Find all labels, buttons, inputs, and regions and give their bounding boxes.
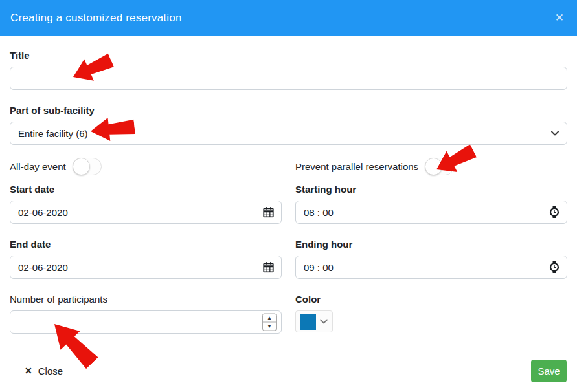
modal-body: Title Part of sub-facility Entire facili… (0, 36, 577, 334)
chevron-down-icon (551, 131, 559, 136)
color-label: Color (295, 294, 567, 305)
chevron-down-icon (320, 319, 328, 324)
color-swatch (300, 314, 316, 330)
color-picker-button[interactable] (295, 310, 333, 332)
starting-hour-label: Starting hour (295, 184, 567, 195)
participants-input[interactable] (10, 310, 282, 334)
participants-label: Number of participants (10, 294, 282, 305)
toggle-knob (425, 158, 442, 175)
clock-icon[interactable] (549, 261, 560, 273)
close-icon[interactable]: ✕ (552, 10, 567, 26)
sub-facility-select[interactable]: Entire facility (6) (10, 122, 567, 145)
start-date-wrap (10, 201, 282, 224)
start-date-label: Start date (10, 184, 282, 195)
end-row: End date Ending h (10, 239, 567, 279)
stepper-up-icon[interactable]: ▲ (263, 314, 276, 323)
modal-title: Creating a customized reservation (10, 12, 182, 25)
participants-field-group: Number of participants ▲ ▼ (10, 294, 282, 334)
stepper-down-icon[interactable]: ▼ (263, 323, 276, 331)
starting-hour-input[interactable] (295, 201, 567, 224)
ending-hour-label: Ending hour (295, 239, 567, 250)
starting-hour-field-group: Starting hour (295, 184, 567, 224)
end-date-field-group: End date (10, 239, 282, 279)
start-date-field-group: Start date (10, 184, 282, 224)
toggle-knob (73, 158, 90, 175)
ending-hour-wrap (295, 256, 567, 279)
sub-facility-selected-value: Entire facility (6) (18, 128, 88, 139)
modal-footer: ✕ Close Save (0, 349, 577, 392)
all-day-cell: All-day event (10, 158, 282, 175)
title-input[interactable] (10, 67, 567, 90)
starting-hour-wrap (295, 201, 567, 224)
participants-color-row: Number of participants ▲ ▼ Color (10, 294, 567, 334)
ending-hour-field-group: Ending hour (295, 239, 567, 279)
toggles-row: All-day event Prevent parallel reservati… (10, 158, 567, 175)
ending-hour-input[interactable] (295, 256, 567, 279)
participants-wrap: ▲ ▼ (10, 310, 282, 334)
color-field-group: Color (295, 294, 567, 334)
clock-icon[interactable] (549, 206, 560, 218)
calendar-icon[interactable] (263, 262, 274, 273)
start-row: Start date Starti (10, 184, 567, 224)
end-date-label: End date (10, 239, 282, 250)
modal-header: Creating a customized reservation ✕ (0, 0, 577, 36)
title-label: Title (10, 50, 567, 61)
prevent-parallel-label: Prevent parallel reservations (295, 161, 418, 172)
sub-facility-field-group: Part of sub-facility Entire facility (6) (10, 105, 567, 145)
sub-facility-label: Part of sub-facility (10, 105, 567, 116)
end-date-input[interactable] (10, 256, 282, 279)
prevent-parallel-toggle[interactable] (425, 158, 454, 175)
title-field-group: Title (10, 50, 567, 90)
all-day-label: All-day event (10, 161, 66, 172)
all-day-toggle[interactable] (73, 158, 102, 175)
prevent-parallel-cell: Prevent parallel reservations (295, 158, 567, 175)
start-date-input[interactable] (10, 201, 282, 224)
quantity-stepper: ▲ ▼ (262, 314, 277, 331)
close-x-icon: ✕ (25, 365, 32, 376)
close-button-label: Close (38, 365, 63, 376)
end-date-wrap (10, 256, 282, 279)
calendar-icon[interactable] (263, 207, 274, 218)
close-button[interactable]: ✕ Close (10, 365, 63, 376)
save-button[interactable]: Save (531, 360, 567, 382)
